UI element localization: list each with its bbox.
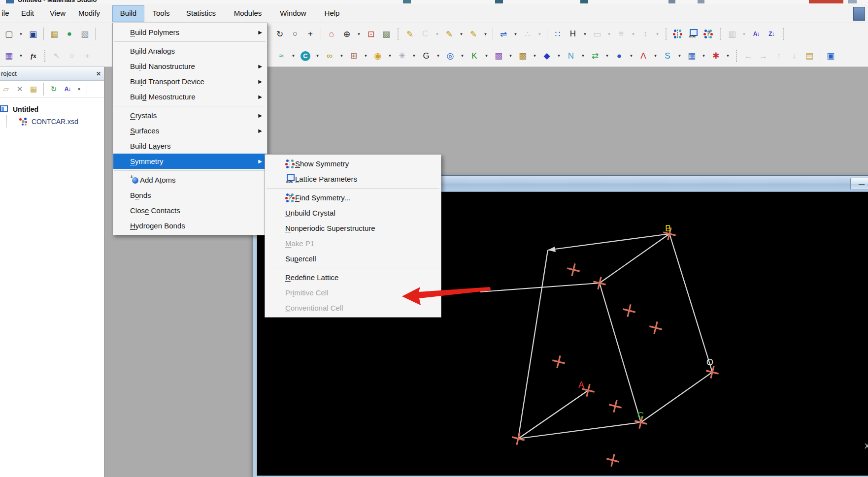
zoom-view-icon[interactable]: ○ (288, 27, 302, 41)
menu-item-add-atoms[interactable]: +Add Atoms (113, 172, 267, 188)
refresh-icon[interactable]: ↻ (48, 83, 60, 95)
save-icon[interactable]: ▣ (26, 27, 40, 41)
chart-tool-icon[interactable]: ▥ (725, 27, 739, 41)
pan-tool-icon[interactable]: + (80, 49, 94, 63)
center-view-icon[interactable]: ⊕ (340, 27, 354, 41)
build-polymers-tool-icon[interactable]: ≈ (274, 49, 288, 63)
adjust-bonds-caret-icon[interactable]: ▼ (512, 27, 519, 41)
nav-forward-icon[interactable]: → (757, 49, 770, 63)
amorphous-cell-module-icon[interactable]: C (299, 49, 312, 63)
bond-calculation-caret-icon[interactable]: ▼ (338, 49, 345, 63)
cluster-module-caret-icon[interactable]: ▼ (724, 49, 732, 63)
toolbar-grip[interactable] (736, 50, 737, 62)
forcite-module-icon[interactable]: ✳ (395, 49, 409, 63)
pan-view-icon[interactable]: + (303, 27, 317, 41)
paste-partial-icon[interactable]: ▱ (0, 83, 12, 95)
menu-item-build-nanostructure[interactable]: Build Nanostructure▶ (113, 59, 267, 74)
adjust-bonds-icon[interactable]: ⇌ (497, 27, 510, 41)
menu-item-symmetry[interactable]: Symmetry▶ (113, 154, 267, 169)
display-style-icon[interactable]: ▭ (590, 27, 604, 41)
sketch-arc-caret-icon[interactable]: ▼ (434, 27, 441, 41)
find-symmetry-tool-icon[interactable]: ? (701, 27, 715, 41)
nav-back-icon[interactable]: ← (741, 49, 755, 63)
toolbar-grip[interactable] (666, 28, 667, 40)
capture-image-icon[interactable]: ▩ (379, 27, 393, 41)
build-polymers-tool-caret-icon[interactable]: ▼ (290, 49, 297, 63)
rotate-view-icon[interactable]: ↻ (273, 27, 287, 41)
sort-descending-icon[interactable]: Z↓ (765, 27, 778, 41)
menu-statistics[interactable]: Statistics (180, 5, 222, 21)
menu-item-bonds[interactable]: Bonds (113, 188, 267, 203)
sorption-module-icon[interactable]: ● (612, 49, 626, 63)
sketch-ring-icon[interactable]: ✎ (442, 27, 456, 41)
atom-motion-icon[interactable]: ∷ (551, 27, 565, 41)
menu-edit[interactable]: Edit (17, 5, 38, 21)
home-view-icon[interactable]: ⌂ (325, 27, 338, 41)
sorption-module-caret-icon[interactable]: ▼ (628, 49, 635, 63)
detach-view-icon[interactable]: ▣ (824, 49, 837, 63)
chart-tool-caret-icon[interactable]: ▼ (740, 27, 748, 41)
castep-module-caret-icon[interactable]: ▼ (459, 49, 466, 63)
center-view-caret-icon[interactable]: ▼ (355, 27, 363, 41)
script-table-icon[interactable]: ▦ (2, 49, 16, 63)
menu-item-find-symmetry[interactable]: ?Find Symmetry... (266, 190, 440, 205)
menu-item-supercell[interactable]: Supercell (266, 251, 440, 266)
gulp-module-caret-icon[interactable]: ▼ (434, 49, 442, 63)
line-style-caret-icon[interactable]: ▼ (630, 27, 637, 41)
synthia-module-caret-icon[interactable]: ▼ (676, 49, 683, 63)
sketch-fragment-caret-icon[interactable]: ▼ (482, 27, 489, 41)
new-document-caret-icon[interactable]: ▼ (17, 27, 25, 41)
new-document-icon[interactable]: ▢ (2, 27, 16, 41)
toolbar-grip[interactable] (44, 50, 45, 62)
nmr-module-icon[interactable]: N (564, 49, 578, 63)
label-tool-caret-icon[interactable]: ▼ (654, 27, 661, 41)
mesocite-module-icon[interactable]: ▩ (492, 49, 505, 63)
menu-item-build-layers[interactable]: Build Layers (113, 138, 267, 154)
forcite-module-caret-icon[interactable]: ▼ (410, 49, 418, 63)
castep-module-icon[interactable]: ◎ (443, 49, 457, 63)
menu-view[interactable]: View (46, 5, 69, 21)
polymorph-module-icon[interactable]: ◆ (540, 49, 554, 63)
toolbar-grip[interactable] (398, 28, 399, 40)
zoom-tool-icon[interactable]: ○ (65, 49, 79, 63)
sketch-atom-icon[interactable]: ✎ (403, 27, 417, 41)
menu-item-crystals[interactable]: Crystals▶ (113, 108, 267, 123)
lattice-parameters-tool-icon[interactable]: abc (686, 27, 700, 41)
properties-editor-icon[interactable]: ▤ (802, 49, 816, 63)
menu-item-nonperiodic-superstructure[interactable]: Nonperiodic Superstructure (266, 221, 440, 236)
nav-up-icon[interactable]: ↑ (772, 49, 786, 63)
menu-help[interactable]: Help (320, 5, 344, 21)
adjust-hydrogen-icon[interactable]: H (566, 27, 580, 41)
blends-module-caret-icon[interactable]: ▼ (531, 49, 538, 63)
menu-item-show-symmetry[interactable]: Show Symmetry (266, 156, 440, 171)
open-documents-icon[interactable]: ▦ (47, 27, 61, 41)
nav-down-icon[interactable]: ↓ (787, 49, 801, 63)
table-editor-caret-icon[interactable]: ▼ (700, 49, 707, 63)
mesocite-module-caret-icon[interactable]: ▼ (507, 49, 514, 63)
fit-view-icon[interactable]: ⊡ (364, 27, 378, 41)
sketch-ring-caret-icon[interactable]: ▼ (458, 27, 465, 41)
menu-item-lattice-parameters[interactable]: abcLattice Parameters (266, 171, 440, 187)
kpoints-module-caret-icon[interactable]: ▼ (483, 49, 490, 63)
tree-item-untitled[interactable]: Untitled (0, 103, 104, 115)
show-symmetry-tool-icon[interactable] (671, 27, 685, 41)
menu-item-build-mesostructure[interactable]: Build Mesostructure▶ (113, 89, 267, 104)
delete-item-icon[interactable]: ✕ (14, 83, 26, 95)
menu-item-build-polymers[interactable]: Build Polymers▶ (113, 25, 267, 40)
table-editor-icon[interactable]: ▦ (685, 49, 699, 63)
cluster-module-icon[interactable]: ✱ (709, 49, 723, 63)
function-tool-icon[interactable]: ƒx (26, 49, 40, 63)
menu-item-close-contacts[interactable]: Close Contacts (113, 203, 267, 218)
menu-modules[interactable]: Modules (229, 5, 267, 21)
spectrum-module-icon[interactable]: Λ (636, 49, 650, 63)
blends-module-icon[interactable]: ▩ (516, 49, 530, 63)
dmol3-module-caret-icon[interactable]: ▼ (386, 49, 394, 63)
label-tool-icon[interactable]: ↕ (638, 27, 652, 41)
adjust-hydrogen-caret-icon[interactable]: ▼ (581, 27, 589, 41)
menu-item-build-transport-device[interactable]: Build Transport Device▶ (113, 74, 267, 89)
menu-item-hydrogen-bonds[interactable]: Hydrogen Bonds (113, 218, 267, 233)
kpoints-module-icon[interactable]: K (467, 49, 481, 63)
sketch-arc-icon[interactable]: C (418, 27, 432, 41)
select-tool-icon[interactable]: ↖ (50, 49, 64, 63)
new-folder-icon[interactable]: ▦ (28, 83, 39, 95)
